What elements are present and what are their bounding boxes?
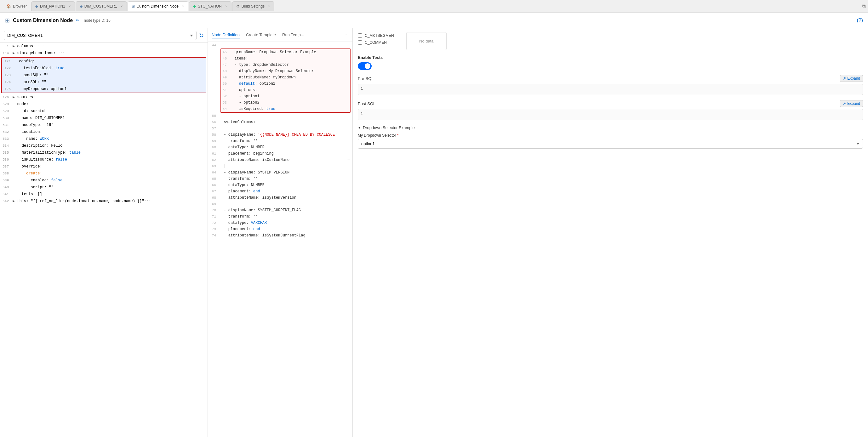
expand-post-icon: ↗ xyxy=(843,101,846,106)
stg-nation-icon: ◆ xyxy=(193,4,196,8)
tab-stg-nation-label: STG_NATION xyxy=(198,4,222,8)
tab-dim-nation1[interactable]: ◆ DIM_NATION1 ✕ xyxy=(31,1,75,11)
yaml-line-68: 68 attributeName: isSystemVersion xyxy=(208,194,352,201)
tab-run-template[interactable]: Run Temp... xyxy=(282,32,304,38)
tab-browser-label: Browser xyxy=(13,4,27,8)
yaml-line-54: 54 isRequired: true xyxy=(221,106,350,112)
code-line-535: 535 materializationType: table xyxy=(0,149,208,156)
my-dropdown-selector[interactable]: option1 option2 xyxy=(358,139,863,149)
enable-tests-header: Enable Tests xyxy=(358,55,863,60)
c-mktsegment-checkbox[interactable] xyxy=(358,33,362,38)
home-icon: 🏠 xyxy=(6,4,11,8)
post-sql-line: 1 xyxy=(361,112,363,116)
expand-arrow-542[interactable]: ▶ xyxy=(12,199,15,204)
code-line-536: 536 isMultisource: false xyxy=(0,156,208,163)
tab-node-definition[interactable]: Node Definition xyxy=(212,32,240,38)
post-sql-expand-label: Expand xyxy=(847,101,860,106)
yaml-line-61: 61 placement: beginning xyxy=(208,151,352,157)
post-sql-label: Post-SQL xyxy=(358,101,375,106)
yaml-line-51: 51 options: xyxy=(221,87,350,93)
yaml-line-50: 50 default: option1 xyxy=(221,81,350,87)
checkbox-c-mktsegment[interactable]: C_MKTSEGMENT xyxy=(358,32,396,39)
yaml-line-73: 73 placement: end xyxy=(208,226,352,232)
enable-tests-toggle[interactable] xyxy=(358,62,372,70)
panel-tab-more-icon[interactable]: ··· xyxy=(345,32,349,38)
tab-build-settings[interactable]: ⚙ Build Settings ✕ xyxy=(232,1,274,11)
pre-sql-header: Pre-SQL ↗ Expand xyxy=(358,75,863,82)
content-area: DIM_CUSTOMER1 ↻ 1 ▶ columns: ··· 114 ▶ s… xyxy=(0,28,868,437)
no-data-placeholder: No data xyxy=(406,32,446,50)
post-sql-section: Post-SQL ↗ Expand 1 xyxy=(358,100,863,120)
tab-bar: 🏠 Browser ◆ DIM_NATION1 ✕ ◆ DIM_CUSTOMER… xyxy=(0,0,868,12)
yaml-line-49: 49 attributeName: myDropdown xyxy=(221,74,350,81)
checkbox-c-comment[interactable]: C_COMMENT xyxy=(358,39,396,46)
pre-sql-expand-button[interactable]: ↗ Expand xyxy=(840,75,863,82)
yaml-line-69: 69 xyxy=(208,201,352,207)
expand-arrow-126[interactable]: ▶ xyxy=(12,95,15,99)
cursor-indicator: — xyxy=(348,158,350,162)
close-custom-dimension-icon[interactable]: ✕ xyxy=(182,5,184,8)
middle-panel: Node Definition Create Template Run Temp… xyxy=(208,28,353,437)
right-panel: C_MKTSEGMENT C_COMMENT No data Enable Te… xyxy=(353,28,868,437)
yaml-line-44: 44 xyxy=(208,42,352,49)
edit-icon[interactable]: ✏ xyxy=(76,18,80,23)
code-editor[interactable]: 1 ▶ columns: ··· 114 ▶ storageLocations:… xyxy=(0,43,208,437)
close-dim-customer1-icon[interactable]: ✕ xyxy=(120,5,123,8)
refresh-button[interactable]: ↻ xyxy=(199,32,204,39)
yaml-line-52: 52 - option1 xyxy=(221,93,350,99)
expand-arrow-1[interactable]: ▶ xyxy=(12,44,15,49)
pre-sql-input[interactable]: 1 xyxy=(358,84,863,95)
tab-custom-dimension[interactable]: ⊞ Custom Dimension Node ✕ xyxy=(128,1,188,11)
new-tab-icon[interactable]: ⧉ xyxy=(862,3,866,9)
code-line-1: 1 ▶ columns: ··· xyxy=(0,43,208,50)
expand-arrow-114[interactable]: ▶ xyxy=(12,51,15,55)
tab-browser[interactable]: 🏠 Browser xyxy=(2,1,31,11)
expand-icon: ↗ xyxy=(843,76,846,81)
panel-tabs: Node Definition Create Template Run Temp… xyxy=(208,28,352,42)
yaml-editor[interactable]: 44 45 groupName: Dropdown Selector Examp… xyxy=(208,42,352,437)
yaml-line-66: 66 dataType: NUMBER xyxy=(208,182,352,188)
pre-sql-expand-label: Expand xyxy=(847,76,860,81)
code-line-124: 124 preSQL: "" xyxy=(2,79,206,86)
toggle-slider xyxy=(358,62,372,70)
yaml-line-48: 48 displayName: My Dropdown Selector xyxy=(221,68,350,74)
yaml-line-71: 71 transform: '' xyxy=(208,214,352,220)
post-sql-expand-button[interactable]: ↗ Expand xyxy=(840,100,863,107)
pre-sql-line: 1 xyxy=(361,87,363,91)
yaml-line-74: 74 attributeName: isSystemCurrentFlag xyxy=(208,232,352,239)
code-line-529: 529 id: scratch xyxy=(0,108,208,115)
main-layout: ⊞ Custom Dimension Node ✏ nodeTypeID: 16… xyxy=(0,12,868,437)
code-line-125: 125 myDropdown: option1 xyxy=(2,86,206,93)
tab-create-template[interactable]: Create Template xyxy=(246,32,276,38)
node-selector[interactable]: DIM_CUSTOMER1 xyxy=(4,31,196,40)
c-comment-checkbox[interactable] xyxy=(358,40,362,45)
code-line-123: 123 postSQL: "" xyxy=(2,72,206,79)
tab-dim-customer1[interactable]: ◆ DIM_CUSTOMER1 ✕ xyxy=(75,1,127,11)
yaml-line-57: 57 xyxy=(208,125,352,132)
c-mktsegment-label: C_MKTSEGMENT xyxy=(365,33,396,38)
yaml-line-58: 58 - displayName: '{{NODE_NAME}}_CREATED… xyxy=(208,132,352,138)
post-sql-input[interactable]: 1 xyxy=(358,109,863,120)
page-title: Custom Dimension Node xyxy=(13,18,73,23)
toggle-container xyxy=(358,62,863,70)
tab-custom-dimension-label: Custom Dimension Node xyxy=(137,4,179,8)
close-build-settings-icon[interactable]: ✕ xyxy=(268,5,270,8)
code-line-530: 530 name: DIM_CUSTOMER1 xyxy=(0,115,208,122)
close-stg-nation-icon[interactable]: ✕ xyxy=(225,5,227,8)
code-line-541: 541 tests: [] xyxy=(0,191,208,198)
yaml-line-63: 63 | xyxy=(208,163,352,169)
code-line-537: 537 override: xyxy=(0,163,208,170)
c-comment-label: C_COMMENT xyxy=(365,40,389,45)
post-sql-header: Post-SQL ↗ Expand xyxy=(358,100,863,107)
my-dropdown-field: My Dropdown Selector * option1 option2 xyxy=(358,133,863,149)
help-icon[interactable]: (?) xyxy=(857,18,863,23)
close-dim-nation1-icon[interactable]: ✕ xyxy=(68,5,71,8)
node-type-badge: nodeTypeID: 16 xyxy=(84,18,111,23)
required-star: * xyxy=(397,133,399,137)
dropdown-section-title[interactable]: ▼ Dropdown Selector Example xyxy=(358,125,863,130)
yaml-line-46: 46 items: xyxy=(221,55,350,62)
yaml-line-59: 59 transform: '' xyxy=(208,138,352,144)
tab-stg-nation[interactable]: ◆ STG_NATION ✕ xyxy=(189,1,231,11)
code-line-114: 114 ▶ storageLocations: ··· xyxy=(0,50,208,57)
dim-nation1-icon: ◆ xyxy=(35,4,38,8)
